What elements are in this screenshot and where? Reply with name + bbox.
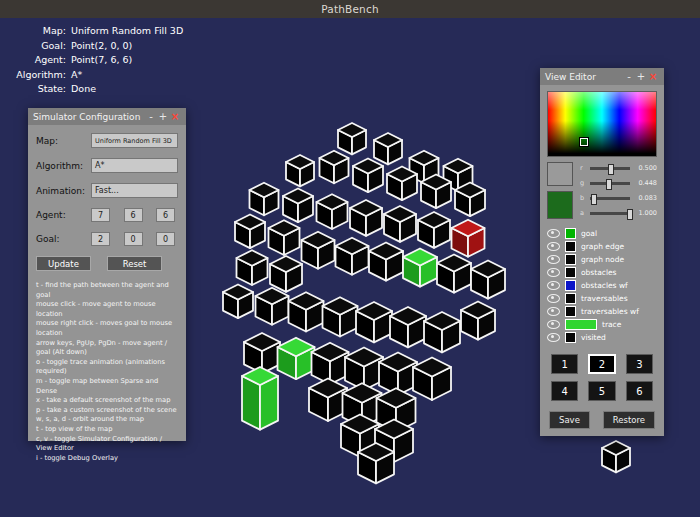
visibility-eye-icon[interactable] [547,268,560,277]
element-color-swatch-obstacles-wf[interactable] [565,280,576,291]
obstacle-cube [418,212,450,248]
window-titlebar[interactable]: PathBench [0,0,700,18]
obstacle-cube [387,167,417,201]
visibility-eye-icon[interactable] [547,255,560,264]
vieweditor-close-button[interactable]: × [647,68,659,85]
visibility-eye-icon[interactable] [547,333,560,342]
agent-coord-1-input[interactable]: 6 [124,208,143,222]
color-picker-gradient[interactable] [547,91,657,157]
obstacle-cube [384,206,416,242]
obstacle-cube [312,343,349,384]
element-color-swatch-graph-edge[interactable] [565,241,576,252]
obstacle-cube [336,238,369,275]
view-slot-2-button[interactable]: 2 [588,354,615,374]
r-slider[interactable] [590,167,630,170]
visibility-eye-icon[interactable] [547,229,560,238]
update-button[interactable]: Update [36,256,91,271]
view-slot-5-button[interactable]: 5 [588,381,615,401]
obstacle-cube [250,183,279,215]
visibility-eye-icon[interactable] [547,320,560,329]
view-element-row-traversables[interactable]: traversables [547,292,657,305]
b-slider-handle[interactable] [591,194,597,205]
view-element-row-obstacles-wf[interactable]: obstacles wf [547,279,657,292]
obstacle-cube [283,189,313,223]
status-label-algorithm: Algorithm: [4,68,66,83]
status-row-algorithm: Algorithm:A* [4,68,183,83]
goal-coord-1-input[interactable]: 0 [124,232,143,246]
view-slot-1-button[interactable]: 1 [551,354,578,374]
simconfig-button-row: Update Reset [36,256,178,271]
agent-coordinate-inputs: 766 [91,208,178,222]
simconfig-close-button[interactable]: × [169,108,181,125]
vieweditor-minimize-button[interactable]: - [623,68,635,85]
animation-dropdown[interactable]: Fast... [91,183,178,198]
g-slider-handle[interactable] [606,179,612,190]
view-element-row-traversables-wf[interactable]: traversables wf [547,305,657,318]
window-title: PathBench [321,3,379,15]
view-slot-4-button[interactable]: 4 [551,381,578,401]
simconfig-titlebar[interactable]: Simulator Configuration - + × [28,108,186,125]
help-line-8: w, s, a, d - orbit around the map [36,415,178,425]
a-slider-row: a1.000 [580,207,657,219]
g-channel-label: g [580,179,587,187]
swatch-column [547,162,577,219]
obstacle-cube [338,123,366,154]
simulator-configuration-window: Simulator Configuration - + × Map: Unifo… [28,108,186,441]
map-dropdown[interactable]: Uniform Random Fill 3D [91,133,178,148]
a-slider-handle[interactable] [627,209,633,220]
g-slider[interactable] [590,182,630,185]
goal-coord-2-input[interactable]: 0 [156,232,175,246]
view-element-row-visited[interactable]: visited [547,331,657,344]
b-slider[interactable] [590,197,630,200]
view-slot-6-button[interactable]: 6 [626,381,653,401]
r-slider-handle[interactable] [608,164,614,175]
visibility-eye-icon[interactable] [547,242,560,251]
element-color-swatch-graph-node[interactable] [565,254,576,265]
vieweditor-detach-button[interactable]: + [635,68,647,85]
view-element-row-obstacles[interactable]: obstacles [547,266,657,279]
trace-cube [242,367,278,430]
current-color-swatch[interactable] [547,162,573,186]
obstacle-cube [424,312,460,352]
save-button[interactable]: Save [549,411,590,429]
view-element-row-graph-node[interactable]: graph node [547,253,657,266]
restore-button[interactable]: Restore [603,411,655,429]
element-color-swatch-traversables[interactable] [565,293,576,304]
a-slider[interactable] [590,212,630,215]
element-color-preview-swatch[interactable] [547,191,573,219]
view-slot-3-button[interactable]: 3 [626,354,653,374]
goal-field-row: Goal: 200 [36,232,178,246]
simconfig-detach-button[interactable]: + [157,108,169,125]
element-color-swatch-goal[interactable] [565,228,576,239]
help-line-2: mouse right click - moves goal to mouse … [36,319,178,338]
simconfig-minimize-button[interactable]: - [145,108,157,125]
visibility-eye-icon[interactable] [547,307,560,316]
vieweditor-titlebar[interactable]: View Editor - + × [540,68,664,85]
visibility-eye-icon[interactable] [547,281,560,290]
status-row-map: Map:Uniform Random Fill 3D [4,24,183,39]
g-value: 0.448 [633,179,657,187]
color-picker-marker[interactable] [580,138,588,146]
r-slider-row: r0.500 [580,162,657,174]
obstacle-cube [461,302,495,340]
status-row-agent: Agent:Point(7, 6, 6) [4,53,183,68]
obstacle-cube [353,159,383,193]
goal-coordinate-inputs: 200 [91,232,178,246]
goal-coord-0-input[interactable]: 2 [91,232,110,246]
view-element-row-goal[interactable]: goal [547,227,657,240]
view-element-row-trace[interactable]: trace [547,318,657,331]
element-color-swatch-visited[interactable] [565,332,576,343]
visibility-eye-icon[interactable] [547,294,560,303]
agent-coord-0-input[interactable]: 7 [91,208,110,222]
keyboard-help-text: t - find the path between the agent and … [36,281,178,463]
agent-coord-2-input[interactable]: 6 [156,208,175,222]
element-color-swatch-obstacles[interactable] [565,267,576,278]
view-element-row-graph-edge[interactable]: graph edge [547,240,657,253]
element-label-trace: trace [602,320,621,329]
help-line-1: mouse click - move agent to mouse locati… [36,300,178,319]
reset-button[interactable]: Reset [107,256,162,271]
color-mixer: r0.500g0.448b0.083a1.000 [547,162,657,219]
algorithm-dropdown[interactable]: A* [91,158,178,173]
element-color-swatch-trace[interactable] [565,319,597,330]
element-color-swatch-traversables-wf[interactable] [565,306,576,317]
